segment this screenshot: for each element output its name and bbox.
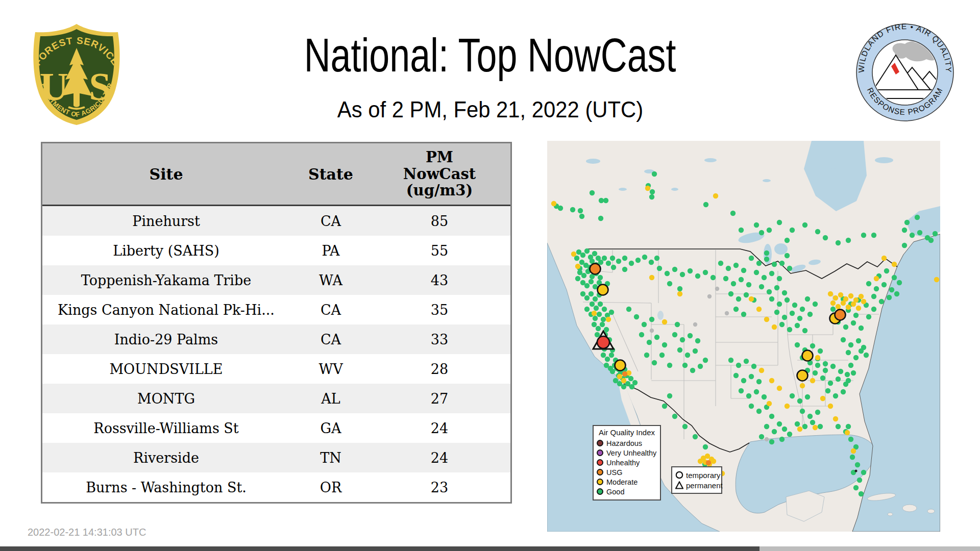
monitor-dot [866, 281, 871, 286]
monitor-dot [838, 292, 843, 297]
monitor-dot [848, 293, 853, 298]
monitor-dot [654, 256, 659, 261]
monitor-dot [881, 282, 887, 287]
monitor-dot [741, 268, 746, 273]
monitor-dot [649, 275, 654, 280]
monitor-dot [706, 460, 711, 465]
bottom-bar-dark [0, 546, 760, 551]
monitor-dot [575, 264, 580, 269]
monitor-dot [818, 348, 823, 354]
monitor-dot [733, 373, 739, 378]
top-site-marker [835, 310, 846, 320]
value-cell: 55 [372, 243, 507, 259]
monitor-dot [606, 261, 611, 266]
temporary-circle-icon [675, 471, 683, 479]
monitor-dot [902, 243, 907, 248]
table-row: Toppenish-Yakama TribeWA43 [42, 265, 510, 295]
monitor-dot [713, 193, 718, 198]
monitor-dot [754, 389, 759, 394]
monitor-dot [741, 312, 746, 317]
monitor-dot [802, 328, 807, 333]
monitor-dot [813, 370, 818, 375]
monitor-dot [897, 280, 902, 285]
monitor-dot [635, 258, 641, 263]
state-cell: OR [290, 480, 372, 495]
monitor-dot [856, 338, 861, 343]
monitor-dot [746, 282, 751, 287]
monitor-dot [749, 296, 754, 302]
monitor-dot [672, 414, 677, 419]
monitor-dot [861, 233, 866, 238]
aqi-legend-label: Very Unhealthy [606, 449, 656, 457]
monitor-dot [726, 266, 731, 271]
monitor-dot [645, 186, 650, 191]
monitor-dot [609, 310, 614, 315]
monitor-dot [703, 202, 708, 207]
col-header-state: State [290, 165, 372, 183]
aqi-legend-label: Hazardous [606, 439, 642, 447]
table-row: RiversideTN24 [42, 443, 510, 472]
monitor-dot [825, 388, 830, 393]
monitor-dot [765, 437, 769, 441]
page-subtitle: As of 2 PM, Feb 21, 2022 (UTC) [337, 97, 643, 122]
monitor-dot [787, 266, 792, 271]
monitor-dot [723, 276, 728, 281]
permanent-triangle-icon [675, 481, 683, 489]
state-cell: PA [290, 243, 372, 259]
monitor-dot [756, 307, 762, 312]
monitor-dot [830, 307, 836, 312]
monitor-dot [848, 363, 853, 368]
monitor-dot [785, 404, 790, 409]
monitor-dot [642, 322, 647, 327]
monitor-dot [836, 377, 841, 382]
monitor-dot [659, 353, 665, 358]
monitor-dot [764, 257, 769, 262]
aqi-legend-label: Good [606, 488, 624, 496]
generation-timestamp: 2022-02-21 14:31:03 UTC [28, 527, 146, 538]
table-row: MONTGAL27 [42, 384, 510, 413]
top-site-marker [802, 350, 813, 361]
marker-legend-label: temporary [686, 471, 721, 480]
monitor-dot [667, 363, 672, 368]
monitor-dot [779, 322, 785, 327]
monitor-dot [698, 364, 703, 369]
monitor-dot [657, 266, 662, 271]
monitor-dot [662, 404, 667, 409]
monitor-dot [616, 259, 621, 264]
monitor-dot [647, 340, 652, 345]
value-cell: 24 [372, 420, 507, 436]
aqi-legend-label: Unhealthy [606, 459, 640, 467]
site-cell: Riverside [42, 450, 290, 466]
monitor-dot [688, 268, 693, 273]
monitor-dot [830, 300, 836, 306]
monitor-dot [749, 374, 754, 379]
monitor-dot [859, 294, 864, 299]
monitor-dot [772, 262, 777, 267]
monitor-dot [795, 323, 800, 328]
monitor-dot [599, 198, 604, 203]
monitor-dot [580, 253, 585, 258]
monitor-dot [777, 220, 782, 225]
monitor-dot [848, 437, 853, 442]
monitor-dot [746, 393, 751, 398]
value-cell: 43 [372, 272, 507, 288]
monitor-dot [725, 311, 729, 315]
monitor-dot [787, 327, 792, 332]
monitor-dot [769, 296, 774, 302]
monitor-dot [810, 378, 815, 383]
monitor-dot [859, 491, 864, 496]
aqi-legend-label: Moderate [606, 478, 638, 486]
table-header: Site State PM NowCast (ug/m3) [42, 143, 510, 206]
monitor-dot [841, 337, 846, 342]
monitor-dot [756, 409, 762, 414]
monitor-dot [604, 327, 609, 332]
monitor-dot [575, 276, 580, 281]
monitor-dot [622, 267, 627, 272]
site-cell: Pinehurst [42, 213, 290, 229]
monitor-dot [749, 404, 754, 409]
monitor-dot [833, 295, 838, 300]
monitor-dot [902, 228, 907, 233]
monitor-dot [830, 364, 836, 369]
monitor-dot [853, 355, 859, 360]
monitor-dot [622, 256, 627, 261]
